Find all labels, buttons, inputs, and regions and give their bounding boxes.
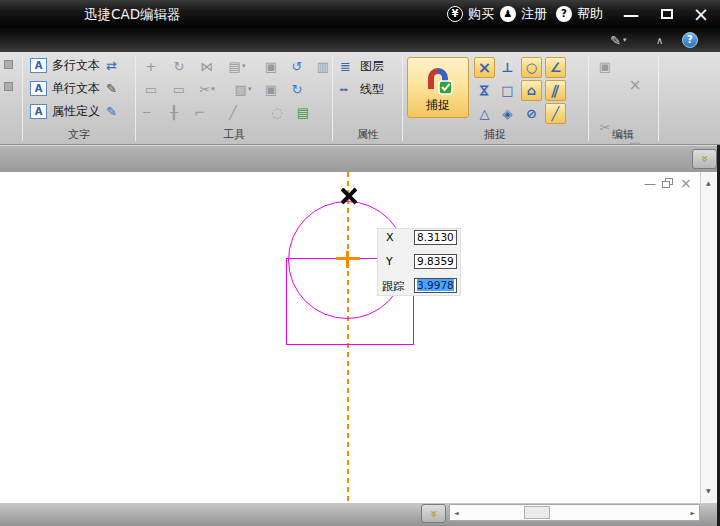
- copy-tool-button[interactable]: ▣: [260, 57, 282, 76]
- fillet-tool-button[interactable]: ⌐: [189, 103, 211, 122]
- scale-icon: ╌: [143, 106, 151, 119]
- quick-access-bar: ✎ ▾ ∧ ?: [0, 28, 720, 52]
- layers-icon: ≣: [340, 59, 356, 74]
- quick-help-button[interactable]: ?: [682, 31, 698, 49]
- snap-midpoint-toggle[interactable]: △: [474, 103, 495, 124]
- maximize-button[interactable]: [656, 0, 678, 28]
- move-icon: +: [146, 60, 157, 73]
- scroll-down-icon[interactable]: ▼: [706, 488, 711, 494]
- horizontal-scrollbar[interactable]: ◄ ►: [449, 504, 700, 521]
- scroll-right-icon[interactable]: ►: [690, 510, 695, 516]
- duplicate-icon: ▣: [265, 83, 277, 96]
- snap-tangent-toggle[interactable]: ⊘: [521, 103, 542, 124]
- expand-panel-button[interactable]: »: [692, 149, 717, 169]
- buy-button[interactable]: ¥ 购买: [447, 0, 494, 28]
- help-button[interactable]: ? 帮助: [556, 0, 603, 28]
- offset-tool-button[interactable]: ╂: [163, 103, 185, 122]
- edit-attribute-button[interactable]: ✎: [106, 102, 117, 120]
- array-tool-button[interactable]: ▤▾: [226, 57, 248, 76]
- dropdown-arrow-icon: ▾: [242, 63, 246, 70]
- center-icon: ○: [526, 61, 537, 74]
- undo-tool-button[interactable]: ↺: [286, 57, 308, 76]
- scrollbar-thumb[interactable]: [524, 506, 550, 519]
- snap-tangent-angle-toggle[interactable]: ∠: [545, 57, 566, 78]
- expand-panel-button-bottom[interactable]: »: [421, 504, 446, 523]
- chamfer-tool-button[interactable]: ╱: [222, 103, 244, 122]
- linetype-icon: ╍: [340, 82, 356, 97]
- mirror-tool-button[interactable]: ⋈: [196, 57, 218, 76]
- paste-button[interactable]: ▣: [594, 57, 616, 76]
- drawing-canvas[interactable]: X 8.3130 Y 9.8359 跟踪 3.9978 — ×: [0, 172, 700, 503]
- dropdown-arrow-icon: ▾: [623, 36, 627, 44]
- explode-icon: ▨: [235, 83, 247, 96]
- magnet-icon: [423, 65, 453, 95]
- duplicate-tool-button[interactable]: ▣: [260, 80, 282, 99]
- delete-icon: ×: [629, 78, 642, 93]
- register-button[interactable]: ♟ 注册: [500, 0, 547, 28]
- track-input[interactable]: 3.9978: [414, 278, 457, 293]
- trim-tool-button[interactable]: ▭: [140, 80, 162, 99]
- vertical-scrollbar[interactable]: ▲ ▼: [700, 172, 717, 503]
- explode-tool-button[interactable]: ▨▾: [232, 80, 254, 99]
- minimize-button[interactable]: —: [620, 0, 642, 28]
- singleline-text-button[interactable]: A 单行文本: [30, 79, 100, 97]
- close-button[interactable]: ×: [690, 0, 712, 28]
- user-badge-icon: ♟: [500, 6, 516, 22]
- move-tool-button[interactable]: +: [140, 57, 162, 76]
- text-scale-icon: ⇄: [106, 59, 117, 72]
- snap-node-toggle[interactable]: □: [497, 80, 518, 101]
- group-label-text: 文字: [24, 127, 134, 142]
- snap-toggle-button[interactable]: 捕捉: [407, 57, 469, 118]
- register-label: 注册: [521, 5, 547, 23]
- collapse-ribbon-button[interactable]: ∧: [656, 31, 663, 49]
- add-layer-tool-button[interactable]: ▤: [292, 103, 314, 122]
- snap-center-toggle[interactable]: ○: [521, 57, 542, 78]
- angle-icon: ∠: [550, 61, 562, 74]
- multiline-text-button[interactable]: A 多行文本: [30, 56, 100, 74]
- doc-minimize-button[interactable]: —: [644, 178, 656, 190]
- annotate-button[interactable]: ✎ ▾: [610, 31, 626, 49]
- rotate-icon: ↻: [174, 60, 185, 73]
- extend-icon: ▭: [173, 83, 185, 96]
- text-scale-button[interactable]: ⇄: [106, 56, 117, 74]
- ribbon: A 多行文本 ⇄ A 单行文本 ✎ A 属性定义 ✎ 文字 + ↻ ⋈ ▤▾ ▣…: [0, 52, 720, 145]
- singleline-text-icon: A: [30, 81, 47, 96]
- parallel-icon: ∥: [550, 84, 561, 97]
- paste-board-button[interactable]: ▥: [312, 57, 334, 76]
- snap-apparent-intersection-toggle[interactable]: ⋈: [474, 80, 495, 101]
- match-icon: ◌: [271, 106, 282, 119]
- linetype-button[interactable]: ╍ 线型: [340, 80, 384, 98]
- group-separator: [135, 55, 136, 141]
- snap-quadrant-toggle[interactable]: ◈: [497, 103, 518, 124]
- snap-insertion-toggle[interactable]: ⌂: [521, 80, 542, 101]
- match-tool-button[interactable]: ◌: [266, 103, 288, 122]
- attribute-define-button[interactable]: A 属性定义: [30, 102, 100, 120]
- snap-perpendicular-toggle[interactable]: ⊥: [497, 57, 518, 78]
- clipped-toolbar-fragment: [4, 82, 13, 91]
- y-coordinate-input[interactable]: 9.8359: [414, 254, 457, 269]
- extend-tool-button[interactable]: ▭: [168, 80, 190, 99]
- scale-tool-button[interactable]: ╌: [136, 103, 158, 122]
- doc-close-button[interactable]: ×: [680, 176, 692, 190]
- perpendicular-icon: ⊥: [502, 61, 514, 74]
- question-badge-icon: ?: [556, 6, 572, 22]
- quadrant-icon: ◈: [503, 107, 513, 120]
- layers-button[interactable]: ≣ 图层: [340, 57, 384, 75]
- delete-button[interactable]: ×: [624, 76, 646, 95]
- rotate-tool-button[interactable]: ↻: [168, 57, 190, 76]
- snap-parallel-toggle[interactable]: ∥: [545, 80, 566, 101]
- edit-text-button[interactable]: ✎: [106, 79, 117, 97]
- attribute-define-icon: A: [30, 104, 47, 119]
- redo-icon: ↻: [292, 83, 303, 96]
- scroll-up-icon[interactable]: ▲: [706, 180, 711, 186]
- snap-extension-toggle[interactable]: ╱: [545, 103, 566, 124]
- maximize-icon: [661, 9, 673, 19]
- group-separator: [22, 55, 23, 141]
- y-value: 9.8359: [417, 255, 454, 267]
- scroll-left-icon[interactable]: ◄: [454, 510, 459, 516]
- break-tool-button[interactable]: ✂▾: [196, 80, 218, 99]
- x-coordinate-input[interactable]: 8.3130: [414, 230, 457, 245]
- coordinate-tooltip: X 8.3130 Y 9.8359 跟踪 3.9978: [377, 228, 461, 296]
- redo-tool-button[interactable]: ↻: [286, 80, 308, 99]
- snap-intersection-toggle[interactable]: ×: [474, 57, 495, 78]
